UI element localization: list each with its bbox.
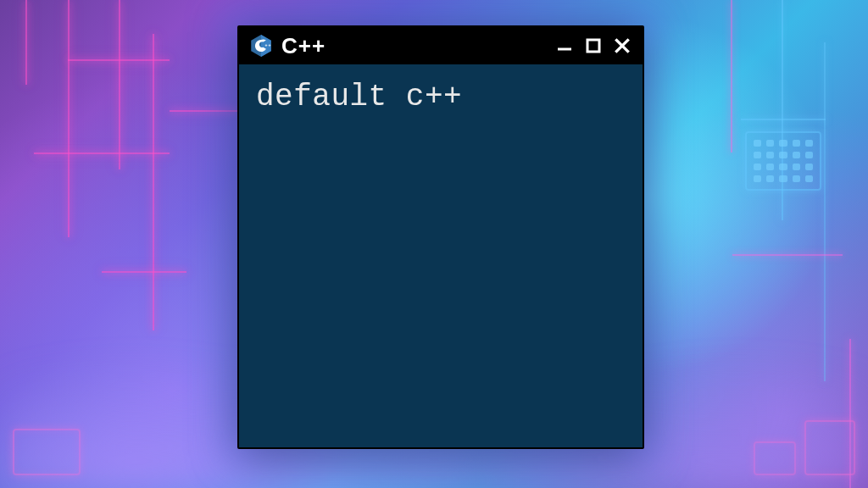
terminal-body[interactable]: default c++ [239,64,643,447]
cpp-logo-icon: + + [249,34,273,58]
window-controls [554,36,632,56]
svg-rect-5 [587,40,599,52]
window-title: C++ [281,33,546,59]
maximize-button[interactable] [583,36,604,56]
window-titlebar[interactable]: + + C++ [239,27,643,64]
svg-text:+: + [264,42,267,47]
terminal-output: default c++ [256,80,626,114]
close-button[interactable] [612,36,632,56]
minimize-button[interactable] [554,36,575,56]
terminal-window: + + C++ default c++ [237,25,644,449]
svg-text:+: + [268,42,270,47]
